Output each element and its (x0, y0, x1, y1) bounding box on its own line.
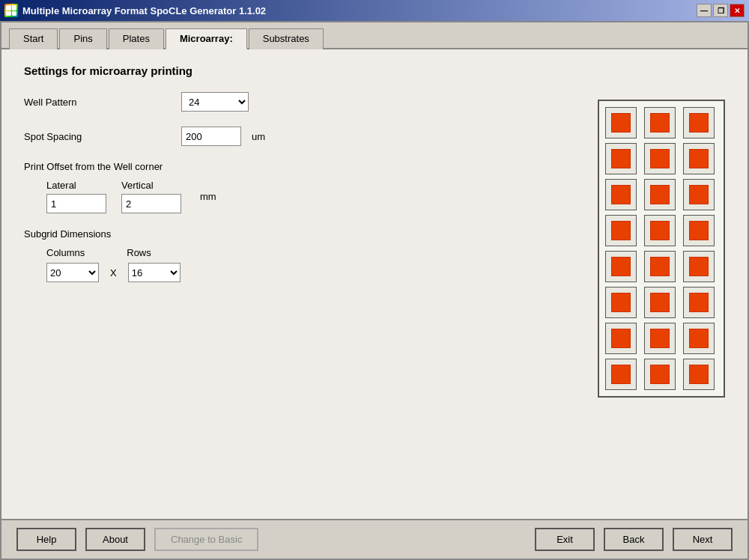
grid-dot (650, 293, 670, 312)
well-pattern-select[interactable]: 24 12 48 96 384 (181, 92, 249, 112)
grid-dot (611, 365, 631, 384)
vertical-label: Vertical (121, 180, 181, 191)
grid-cell (644, 215, 676, 246)
grid-dot (611, 257, 631, 276)
subgrid-fields: 20 10 15 25 30 X 16 8 12 20 24 (24, 263, 568, 282)
grid-cell (683, 179, 715, 210)
vertical-input[interactable] (121, 194, 181, 213)
well-pattern-label: Well Pattern (24, 97, 174, 108)
spot-spacing-label: Spot Spacing (24, 131, 174, 142)
well-pattern-row: Well Pattern 24 12 48 96 384 (24, 92, 568, 112)
grid-dot (611, 149, 631, 168)
grid-cell (683, 359, 715, 390)
help-button[interactable]: Help (16, 528, 76, 551)
grid-cell (605, 251, 637, 282)
offset-unit: mm (200, 191, 216, 202)
grid-dot (611, 221, 631, 240)
grid-cell (683, 287, 715, 318)
grid-dot (650, 149, 670, 168)
columns-header: Columns (46, 247, 106, 258)
tab-bar: Start Pins Plates Microarray: Substrates (1, 22, 748, 49)
tab-substrates[interactable]: Substrates (249, 28, 324, 49)
lateral-input[interactable] (46, 194, 106, 213)
window-controls: — ❐ ✕ (697, 4, 745, 17)
grid-dot (611, 185, 631, 204)
grid-dot (650, 257, 670, 276)
grid-dot (689, 257, 709, 276)
grid-cell (644, 251, 676, 282)
print-offset-section: Print Offset from the Well corner Latera… (24, 161, 568, 213)
form-area: Well Pattern 24 12 48 96 384 Spot Spacin… (24, 92, 725, 504)
grid-cell (683, 251, 715, 282)
tab-microarray[interactable]: Microarray: (166, 28, 247, 49)
lateral-field: Lateral (46, 180, 106, 213)
grid-cell (683, 143, 715, 174)
grid-cell (644, 143, 676, 174)
grid-dot (689, 149, 709, 168)
subgrid-section: Subgrid Dimensions Columns Rows 20 10 15… (24, 228, 568, 282)
grid-cell (605, 107, 637, 139)
offset-fields: Lateral Vertical mm (24, 180, 568, 213)
grid-dot (650, 113, 670, 133)
grid-dot (689, 113, 709, 133)
grid-cell (605, 143, 637, 174)
main-window: Start Pins Plates Microarray: Substrates… (0, 21, 749, 560)
grid-cell (683, 215, 715, 246)
subgrid-label: Subgrid Dimensions (24, 228, 568, 240)
x-label: X (110, 267, 117, 279)
app-icon (4, 4, 18, 17)
grid-cell (605, 287, 637, 318)
rows-header: Rows (127, 247, 151, 258)
tab-plates[interactable]: Plates (109, 28, 164, 49)
about-button[interactable]: About (85, 528, 145, 551)
grid-cell (605, 323, 637, 354)
spot-spacing-unit: um (252, 131, 265, 142)
next-button[interactable]: Next (673, 528, 733, 551)
lateral-label: Lateral (46, 180, 106, 191)
vertical-field: Vertical (121, 180, 181, 213)
print-offset-label: Print Offset from the Well corner (24, 161, 568, 172)
close-button[interactable]: ✕ (730, 4, 745, 17)
grid-dot (689, 221, 709, 240)
grid-cell (605, 179, 637, 210)
grid-cell (644, 287, 676, 318)
grid-dot (611, 329, 631, 348)
grid-cell (683, 323, 715, 354)
grid-dot (689, 293, 709, 312)
grid-dot (611, 293, 631, 312)
spot-spacing-row: Spot Spacing um (24, 127, 568, 146)
spot-spacing-input[interactable] (181, 127, 241, 146)
grid-dot (611, 113, 631, 133)
form-fields: Well Pattern 24 12 48 96 384 Spot Spacin… (24, 92, 568, 504)
grid-cell (644, 107, 676, 139)
grid-dot (689, 185, 709, 204)
tab-start[interactable]: Start (9, 28, 58, 49)
restore-button[interactable]: ❐ (713, 4, 728, 17)
rows-select[interactable]: 16 8 12 20 24 (128, 263, 181, 282)
grid-preview (598, 100, 725, 398)
grid-cell (605, 215, 637, 246)
exit-button[interactable]: Exit (535, 528, 595, 551)
minimize-button[interactable]: — (697, 4, 712, 17)
grid-dot (650, 329, 670, 348)
grid-dot (650, 221, 670, 240)
change-to-basic-button[interactable]: Change to Basic (154, 528, 258, 551)
grid-dot (650, 185, 670, 204)
tab-pins[interactable]: Pins (59, 28, 106, 49)
grid-cell (644, 359, 676, 390)
grid-cell (605, 359, 637, 390)
bottom-bar: Help About Change to Basic Exit Back Nex… (1, 519, 748, 559)
grid-cell (644, 323, 676, 354)
app-title: Multiple Microarray Format SpoCLe Genera… (22, 5, 266, 16)
grid-dot (650, 365, 670, 384)
back-button[interactable]: Back (604, 528, 664, 551)
grid-dot (689, 329, 709, 348)
grid-cell (683, 107, 715, 139)
grid-cell (644, 179, 676, 210)
columns-select[interactable]: 20 10 15 25 30 (46, 263, 99, 282)
grid-dot (689, 365, 709, 384)
title-bar: Multiple Microarray Format SpoCLe Genera… (0, 0, 749, 21)
content-area: Settings for microarray printing Well Pa… (1, 49, 748, 519)
section-title: Settings for microarray printing (24, 64, 725, 77)
